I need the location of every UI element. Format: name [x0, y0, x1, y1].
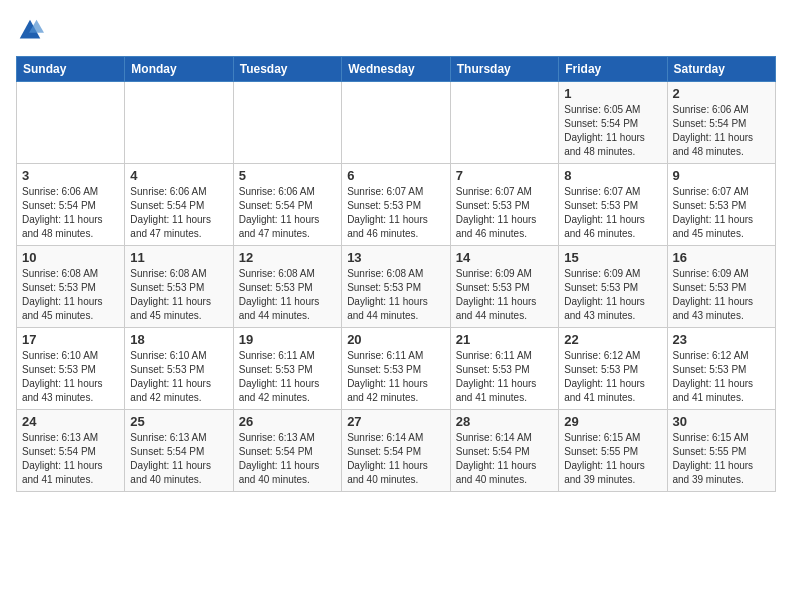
calendar-cell — [17, 82, 125, 164]
calendar-cell: 16Sunrise: 6:09 AM Sunset: 5:53 PM Dayli… — [667, 246, 776, 328]
day-number: 9 — [673, 168, 771, 183]
calendar-cell: 2Sunrise: 6:06 AM Sunset: 5:54 PM Daylig… — [667, 82, 776, 164]
day-info: Sunrise: 6:12 AM Sunset: 5:53 PM Dayligh… — [564, 349, 661, 405]
header-tuesday: Tuesday — [233, 57, 341, 82]
day-info: Sunrise: 6:09 AM Sunset: 5:53 PM Dayligh… — [673, 267, 771, 323]
day-number: 25 — [130, 414, 227, 429]
calendar-cell — [233, 82, 341, 164]
calendar-cell: 22Sunrise: 6:12 AM Sunset: 5:53 PM Dayli… — [559, 328, 667, 410]
day-info: Sunrise: 6:06 AM Sunset: 5:54 PM Dayligh… — [130, 185, 227, 241]
day-info: Sunrise: 6:10 AM Sunset: 5:53 PM Dayligh… — [22, 349, 119, 405]
calendar-cell: 27Sunrise: 6:14 AM Sunset: 5:54 PM Dayli… — [342, 410, 451, 492]
day-info: Sunrise: 6:11 AM Sunset: 5:53 PM Dayligh… — [347, 349, 445, 405]
day-number: 19 — [239, 332, 336, 347]
header-wednesday: Wednesday — [342, 57, 451, 82]
day-info: Sunrise: 6:10 AM Sunset: 5:53 PM Dayligh… — [130, 349, 227, 405]
day-number: 13 — [347, 250, 445, 265]
day-number: 15 — [564, 250, 661, 265]
calendar-cell: 19Sunrise: 6:11 AM Sunset: 5:53 PM Dayli… — [233, 328, 341, 410]
calendar-cell: 23Sunrise: 6:12 AM Sunset: 5:53 PM Dayli… — [667, 328, 776, 410]
calendar-cell: 15Sunrise: 6:09 AM Sunset: 5:53 PM Dayli… — [559, 246, 667, 328]
day-number: 12 — [239, 250, 336, 265]
day-info: Sunrise: 6:12 AM Sunset: 5:53 PM Dayligh… — [673, 349, 771, 405]
calendar-week-row: 1Sunrise: 6:05 AM Sunset: 5:54 PM Daylig… — [17, 82, 776, 164]
day-info: Sunrise: 6:08 AM Sunset: 5:53 PM Dayligh… — [130, 267, 227, 323]
day-number: 5 — [239, 168, 336, 183]
calendar-cell: 20Sunrise: 6:11 AM Sunset: 5:53 PM Dayli… — [342, 328, 451, 410]
day-number: 1 — [564, 86, 661, 101]
page-header — [16, 16, 776, 44]
calendar-cell: 25Sunrise: 6:13 AM Sunset: 5:54 PM Dayli… — [125, 410, 233, 492]
day-info: Sunrise: 6:15 AM Sunset: 5:55 PM Dayligh… — [564, 431, 661, 487]
header-monday: Monday — [125, 57, 233, 82]
day-number: 28 — [456, 414, 553, 429]
calendar-cell: 30Sunrise: 6:15 AM Sunset: 5:55 PM Dayli… — [667, 410, 776, 492]
day-info: Sunrise: 6:08 AM Sunset: 5:53 PM Dayligh… — [239, 267, 336, 323]
calendar-cell: 28Sunrise: 6:14 AM Sunset: 5:54 PM Dayli… — [450, 410, 558, 492]
calendar-cell: 21Sunrise: 6:11 AM Sunset: 5:53 PM Dayli… — [450, 328, 558, 410]
day-info: Sunrise: 6:11 AM Sunset: 5:53 PM Dayligh… — [239, 349, 336, 405]
day-info: Sunrise: 6:09 AM Sunset: 5:53 PM Dayligh… — [564, 267, 661, 323]
calendar-cell: 13Sunrise: 6:08 AM Sunset: 5:53 PM Dayli… — [342, 246, 451, 328]
logo — [16, 16, 48, 44]
day-number: 2 — [673, 86, 771, 101]
day-info: Sunrise: 6:09 AM Sunset: 5:53 PM Dayligh… — [456, 267, 553, 323]
logo-icon — [16, 16, 44, 44]
calendar-week-row: 17Sunrise: 6:10 AM Sunset: 5:53 PM Dayli… — [17, 328, 776, 410]
calendar-cell: 7Sunrise: 6:07 AM Sunset: 5:53 PM Daylig… — [450, 164, 558, 246]
day-number: 18 — [130, 332, 227, 347]
day-info: Sunrise: 6:14 AM Sunset: 5:54 PM Dayligh… — [456, 431, 553, 487]
day-number: 10 — [22, 250, 119, 265]
day-info: Sunrise: 6:07 AM Sunset: 5:53 PM Dayligh… — [456, 185, 553, 241]
day-info: Sunrise: 6:15 AM Sunset: 5:55 PM Dayligh… — [673, 431, 771, 487]
day-info: Sunrise: 6:06 AM Sunset: 5:54 PM Dayligh… — [239, 185, 336, 241]
calendar-header-row: SundayMondayTuesdayWednesdayThursdayFrid… — [17, 57, 776, 82]
header-thursday: Thursday — [450, 57, 558, 82]
calendar-cell: 12Sunrise: 6:08 AM Sunset: 5:53 PM Dayli… — [233, 246, 341, 328]
day-number: 26 — [239, 414, 336, 429]
calendar-week-row: 10Sunrise: 6:08 AM Sunset: 5:53 PM Dayli… — [17, 246, 776, 328]
calendar: SundayMondayTuesdayWednesdayThursdayFrid… — [16, 56, 776, 492]
day-number: 8 — [564, 168, 661, 183]
calendar-cell: 24Sunrise: 6:13 AM Sunset: 5:54 PM Dayli… — [17, 410, 125, 492]
day-info: Sunrise: 6:06 AM Sunset: 5:54 PM Dayligh… — [22, 185, 119, 241]
calendar-cell: 18Sunrise: 6:10 AM Sunset: 5:53 PM Dayli… — [125, 328, 233, 410]
day-number: 30 — [673, 414, 771, 429]
calendar-cell: 14Sunrise: 6:09 AM Sunset: 5:53 PM Dayli… — [450, 246, 558, 328]
header-friday: Friday — [559, 57, 667, 82]
calendar-cell: 8Sunrise: 6:07 AM Sunset: 5:53 PM Daylig… — [559, 164, 667, 246]
calendar-cell — [342, 82, 451, 164]
calendar-cell: 3Sunrise: 6:06 AM Sunset: 5:54 PM Daylig… — [17, 164, 125, 246]
day-info: Sunrise: 6:06 AM Sunset: 5:54 PM Dayligh… — [673, 103, 771, 159]
calendar-cell: 4Sunrise: 6:06 AM Sunset: 5:54 PM Daylig… — [125, 164, 233, 246]
header-sunday: Sunday — [17, 57, 125, 82]
day-number: 6 — [347, 168, 445, 183]
day-number: 3 — [22, 168, 119, 183]
day-info: Sunrise: 6:13 AM Sunset: 5:54 PM Dayligh… — [239, 431, 336, 487]
calendar-cell — [125, 82, 233, 164]
day-number: 17 — [22, 332, 119, 347]
day-info: Sunrise: 6:11 AM Sunset: 5:53 PM Dayligh… — [456, 349, 553, 405]
day-info: Sunrise: 6:13 AM Sunset: 5:54 PM Dayligh… — [22, 431, 119, 487]
day-number: 20 — [347, 332, 445, 347]
day-number: 29 — [564, 414, 661, 429]
day-info: Sunrise: 6:07 AM Sunset: 5:53 PM Dayligh… — [564, 185, 661, 241]
day-info: Sunrise: 6:07 AM Sunset: 5:53 PM Dayligh… — [347, 185, 445, 241]
day-info: Sunrise: 6:08 AM Sunset: 5:53 PM Dayligh… — [22, 267, 119, 323]
day-number: 11 — [130, 250, 227, 265]
day-number: 27 — [347, 414, 445, 429]
day-number: 23 — [673, 332, 771, 347]
day-number: 21 — [456, 332, 553, 347]
calendar-cell: 11Sunrise: 6:08 AM Sunset: 5:53 PM Dayli… — [125, 246, 233, 328]
calendar-week-row: 24Sunrise: 6:13 AM Sunset: 5:54 PM Dayli… — [17, 410, 776, 492]
calendar-cell: 26Sunrise: 6:13 AM Sunset: 5:54 PM Dayli… — [233, 410, 341, 492]
day-info: Sunrise: 6:08 AM Sunset: 5:53 PM Dayligh… — [347, 267, 445, 323]
calendar-cell: 1Sunrise: 6:05 AM Sunset: 5:54 PM Daylig… — [559, 82, 667, 164]
day-info: Sunrise: 6:05 AM Sunset: 5:54 PM Dayligh… — [564, 103, 661, 159]
calendar-cell: 5Sunrise: 6:06 AM Sunset: 5:54 PM Daylig… — [233, 164, 341, 246]
day-number: 4 — [130, 168, 227, 183]
day-info: Sunrise: 6:14 AM Sunset: 5:54 PM Dayligh… — [347, 431, 445, 487]
header-saturday: Saturday — [667, 57, 776, 82]
day-info: Sunrise: 6:13 AM Sunset: 5:54 PM Dayligh… — [130, 431, 227, 487]
calendar-cell: 29Sunrise: 6:15 AM Sunset: 5:55 PM Dayli… — [559, 410, 667, 492]
